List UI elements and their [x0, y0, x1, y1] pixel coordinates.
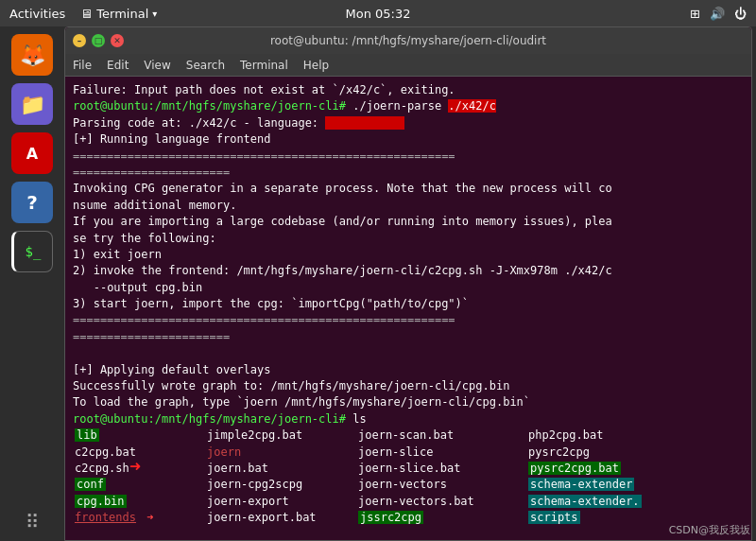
- menu-search[interactable]: Search: [186, 59, 225, 72]
- ls-item-cpg-bin: cpg.bin: [73, 494, 205, 510]
- terminal-title-label: Terminal: [96, 7, 148, 21]
- menu-terminal[interactable]: Terminal: [240, 59, 288, 72]
- ls-item-joern-cpg2scpg: joern-cpg2scpg: [205, 477, 356, 493]
- output-separator-2: =======================: [73, 165, 744, 181]
- menu-view[interactable]: View: [144, 59, 170, 72]
- terminal-window: – □ ✕ root@ubuntu: /mnt/hgfs/myshare/joe…: [64, 26, 752, 541]
- output-line-13: [73, 345, 744, 361]
- menu-edit[interactable]: Edit: [107, 59, 129, 72]
- window-controls: – □ ✕: [73, 34, 124, 47]
- sidebar: 🦊 📁 A ? $_ ⠿: [0, 26, 64, 541]
- system-bar: Activities 🖥 Terminal ▾ Mon 05:32 ⊞ 🔊 ⏻: [0, 0, 756, 26]
- ls-item-joern-slice: joern-slice: [356, 445, 526, 461]
- minimize-button[interactable]: –: [73, 34, 86, 47]
- output-line-15: Successfully wrote graph to: /mnt/hgfs/m…: [73, 378, 744, 394]
- output-line-12: 3) start joern, import the cpg: `importC…: [73, 296, 744, 312]
- output-separator-4: =======================: [73, 329, 744, 345]
- ls-item-jssrc2cpg: jssrc2cpg: [356, 510, 526, 526]
- watermark: CSDN@我反我坂: [669, 523, 750, 537]
- network-icon: ⊞: [690, 7, 700, 21]
- close-button[interactable]: ✕: [111, 34, 124, 47]
- sidebar-item-text[interactable]: A: [11, 132, 53, 174]
- volume-icon: 🔊: [710, 7, 725, 21]
- ls-item-pysrc2cpg: pysrc2cpg: [526, 445, 659, 461]
- output-line-3: Parsing code at: ./x42/c - language:: [73, 115, 744, 131]
- ls-item-joern-slice-bat: joern-slice.bat: [356, 461, 526, 477]
- terminal-app-title[interactable]: 🖥 Terminal ▾: [80, 7, 157, 21]
- sidebar-item-firefox[interactable]: 🦊: [11, 34, 53, 76]
- ls-item-scripts: scripts: [526, 510, 659, 526]
- system-tray: ⊞ 🔊 ⏻: [690, 7, 747, 21]
- ls-item-frontends: frontends ➜: [73, 510, 205, 526]
- ls-item-schema-extender: schema-extender: [526, 477, 659, 493]
- ls-item-jimple2cpg: jimple2cpg.bat: [205, 428, 356, 444]
- output-line-9: 1) exit joern: [73, 247, 744, 263]
- output-line-1: Failure: Input path does not exist at `/…: [73, 82, 744, 98]
- ls-item-joern-vectors: joern-vectors: [356, 477, 526, 493]
- output-line-8: se try the following:: [73, 231, 744, 247]
- activities-button[interactable]: Activities: [9, 7, 65, 21]
- terminal-output[interactable]: Failure: Input path does not exist at `/…: [65, 77, 751, 540]
- ls-item-joern-vectors-bat: joern-vectors.bat: [356, 494, 526, 510]
- sidebar-item-files[interactable]: 📁: [11, 83, 53, 125]
- output-line-11: --output cpg.bin: [73, 280, 744, 296]
- output-line-6: nsume additional memory.: [73, 198, 744, 214]
- output-line-5: Invoking CPG generator in a separate pro…: [73, 181, 744, 197]
- output-line-4: [+] Running language frontend: [73, 131, 744, 148]
- system-bar-left: Activities 🖥 Terminal ▾: [9, 7, 157, 21]
- ls-item-lib: lib: [73, 428, 205, 444]
- ls-item-joern: joern: [205, 445, 356, 461]
- ls-item-joern-export: joern-export: [205, 494, 356, 510]
- menu-help[interactable]: Help: [303, 59, 329, 72]
- output-separator-3: ========================================…: [73, 312, 744, 328]
- output-line-7: If you are importing a large codebase (a…: [73, 214, 744, 230]
- title-bar: – □ ✕ root@ubuntu: /mnt/hgfs/myshare/joe…: [65, 27, 751, 54]
- output-line-17: root@ubuntu:/mnt/hgfs/myshare/joern-cli#…: [73, 411, 744, 428]
- menu-bar: File Edit View Search Terminal Help: [65, 54, 751, 77]
- ls-item-php2cpg: php2cpg.bat: [526, 428, 659, 444]
- terminal-icon-small: 🖥: [80, 7, 93, 21]
- ls-item-joern-scan: joern-scan.bat: [356, 428, 526, 444]
- ls-output: lib jimple2cpg.bat joern-scan.bat php2cp…: [73, 428, 744, 526]
- system-clock: Mon 05:32: [345, 7, 410, 21]
- ls-item-joern-bat: joern.bat: [205, 461, 356, 477]
- menu-file[interactable]: File: [73, 59, 92, 72]
- output-line-10: 2) invoke the frontend: /mnt/hgfs/myshar…: [73, 263, 744, 279]
- ls-item-joern-export-bat: joern-export.bat: [205, 510, 356, 526]
- dropdown-arrow: ▾: [152, 9, 157, 19]
- output-line-16: To load the graph, type `joern /mnt/hgfs…: [73, 394, 744, 410]
- ls-item-schema-extender-dot: schema-extender.: [526, 494, 659, 510]
- ls-item-pysrc2cpg-bat: pysrc2cpg.bat: [526, 461, 659, 477]
- sidebar-item-help[interactable]: ?: [11, 182, 53, 223]
- sidebar-item-terminal[interactable]: $_: [11, 231, 53, 272]
- output-separator-1: ========================================…: [73, 148, 744, 165]
- maximize-button[interactable]: □: [92, 34, 105, 47]
- window-title: root@ubuntu: /mnt/hgfs/myshare/joern-cli…: [270, 34, 546, 47]
- power-icon: ⏻: [734, 7, 747, 21]
- sidebar-item-apps[interactable]: ⠿: [26, 511, 40, 533]
- output-line-14: [+] Applying default overlays: [73, 362, 744, 378]
- output-line-2: root@ubuntu:/mnt/hgfs/myshare/joern-cli#…: [73, 98, 744, 114]
